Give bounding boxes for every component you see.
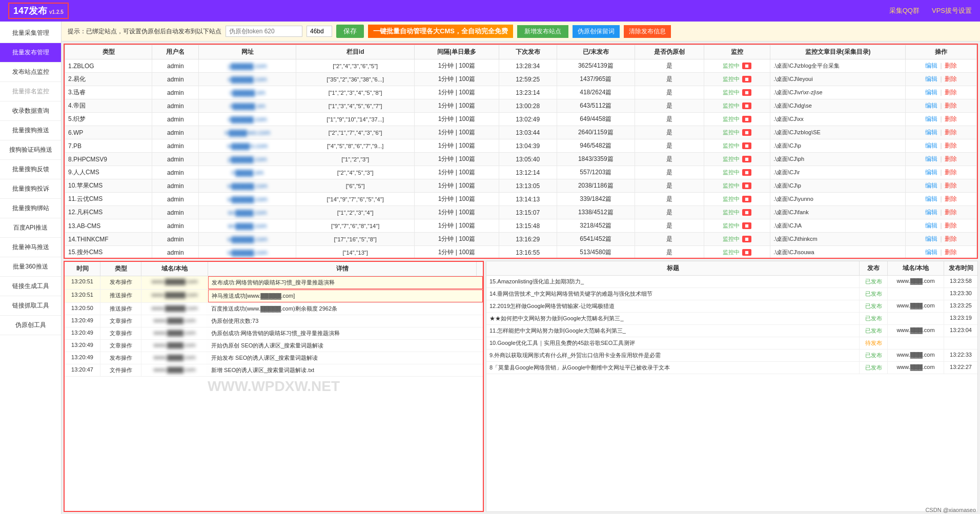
sidebar-item-shenma-push[interactable]: 批量神马推送 [0,238,61,257]
cell-interval: 1分钟 | 100篇 [415,139,499,153]
cell-pub-count: 2038/1186篇 [557,179,635,193]
sidebar-item-fake-orig[interactable]: 伪原创工具 [0,316,61,335]
edit-link[interactable]: 编辑 [925,115,937,122]
del-link[interactable]: 删除 [945,62,957,69]
sidebar-item-sougou-feedback[interactable]: 批量搜狗反馈 [0,160,61,179]
col-url: 网址 [199,45,296,59]
sidebar-item-baidu-api[interactable]: 百度API推送 [0,218,61,238]
promo-button[interactable]: 一键批量自动管理各大CMS，全自动完全免费 [368,25,513,38]
sidebar-item-index-query[interactable]: 收录数据查询 [0,101,61,121]
pub-cell-time: 13:22:33 [944,349,977,361]
del-link[interactable]: 删除 [945,142,957,149]
sidebar-item-360-push[interactable]: 批量360推送 [0,257,61,277]
cell-next-pub: 13:02:49 [499,113,557,126]
cell-user: admin [152,86,199,99]
cell-monitor: 监控中 ⏹ [704,86,770,99]
edit-link[interactable]: 编辑 [925,195,937,202]
del-link[interactable]: 删除 [945,115,957,122]
edit-link[interactable]: 编辑 [925,75,937,83]
del-link[interactable]: 删除 [945,195,957,202]
token-num-input[interactable] [307,26,332,37]
del-link[interactable]: 删除 [945,235,957,242]
edit-link[interactable]: 编辑 [925,169,937,176]
cell-interval: 1分钟 | 100篇 [415,206,499,219]
cell-interval: 1分钟 | 100篇 [415,193,499,206]
del-link[interactable]: 删除 [945,102,957,109]
edit-link[interactable]: 编辑 [925,209,937,216]
cell-monitor: 监控中 ⏹ [704,139,770,153]
log-cell-time: 13:20:50 [65,303,100,315]
cell-monitor: 监控中 ⏹ [704,179,770,193]
log-table-header: 时间 类型 域名/本地 详情 [65,262,483,276]
sidebar-item-site-monitor[interactable]: 发布站点监控 [0,63,61,82]
edit-link[interactable]: 编辑 [925,155,937,162]
edit-link[interactable]: 编辑 [925,102,937,109]
col-monitor-dir: 监控文章目录(采集目录) [770,45,906,59]
save-button[interactable]: 保存 [336,25,364,38]
sidebar-item-link-grab[interactable]: 链接抓取工具 [0,296,61,316]
pub-row: 8「莫量县Google网络营销」从Google中翻维中文网址平已被收录于文本 已… [486,362,977,374]
del-link[interactable]: 删除 [945,222,957,229]
sidebar-item-link-gen[interactable]: 链接生成工具 [0,277,61,296]
del-link[interactable]: 删除 [945,129,957,136]
log-row: 13:20:49 文章操作 www.▓▓▓▓.com 开始伪原创 SEO的诱人课… [65,340,483,352]
monitor-badge: ⏹ [742,63,751,69]
del-link[interactable]: 删除 [945,209,957,216]
edit-link[interactable]: 编辑 [925,62,937,69]
edit-link[interactable]: 编辑 [925,129,937,136]
cell-ops: 编辑 | 删除 [905,206,976,219]
table-row: 13.AB-CMS admin wv▓▓▓▓.com ["9","7","6",… [65,219,977,233]
edit-link[interactable]: 编辑 [925,249,937,256]
del-link[interactable]: 删除 [945,182,957,189]
sidebar-item-sougou-bind[interactable]: 批量搜狗绑站 [0,199,61,218]
cell-interval: 1分钟 | 100篇 [415,86,499,99]
cell-type: 2.易化 [65,73,152,86]
pub-cell-title: 14.垂网信营技术_中文网站网络营销关键字的难题与强化技术细节 [486,288,860,300]
del-link[interactable]: 删除 [945,155,957,162]
cell-type: 9.人人CMS [65,166,152,179]
new-site-button[interactable]: 新增发布站点 [517,25,568,38]
clear-info-button[interactable]: 清除发布信息 [624,25,671,38]
sidebar-item-sougou-captcha[interactable]: 搜狗验证码推送 [0,140,61,160]
monitor-badge: ⏹ [742,76,751,83]
token-input[interactable] [226,26,302,37]
sidebar-item-batch-publish[interactable]: 批量发布管理 [0,43,61,63]
cell-url: w▓▓▓▓▓.com [199,246,296,259]
cell-ops: 编辑 | 删除 [905,126,976,139]
sidebar-item-sougou-complaint[interactable]: 批量搜狗投诉 [0,179,61,199]
fake-orig-word-button[interactable]: 伪原创保留词 [573,25,620,38]
cell-ops: 编辑 | 删除 [905,179,976,193]
edit-link[interactable]: 编辑 [925,222,937,229]
cell-fake-orig: 是 [635,166,704,179]
pub-cell-status: 已发布 [860,300,888,312]
del-link[interactable]: 删除 [945,89,957,96]
edit-link[interactable]: 编辑 [925,182,937,189]
edit-link[interactable]: 编辑 [925,89,937,96]
cell-fake-orig: 是 [635,179,704,193]
table-row: 15.搜外CMS admin w▓▓▓▓▓.com ["14","13"] 1分… [65,246,977,259]
vps-setting-link[interactable]: VPS拔号设置 [932,6,972,15]
cell-ops: 编辑 | 删除 [905,139,976,153]
del-link[interactable]: 删除 [945,249,957,256]
cell-fake-orig: 是 [635,153,704,166]
log-cell-detail: 发布成功:网络营销的吸睛坏习惯_搜寻量推题演释 [208,276,483,289]
sidebar-item-batch-collect[interactable]: 批量采集管理 [0,24,61,43]
col-pub-count: 已/末发布 [557,45,635,59]
edit-link[interactable]: 编辑 [925,142,937,149]
qq-group-link[interactable]: 采集QQ群 [889,6,920,15]
del-link[interactable]: 删除 [945,169,957,176]
cell-monitor: 监控中 ⏹ [704,219,770,233]
cell-pub-count: 3625/4139篇 [557,59,635,73]
hint-text: 提示：已绑定站点，可设置伪原创后自动发布到以下站点 [68,27,221,36]
log-panel: 时间 类型 域名/本地 详情 13:20:51 发布操作 www.▓▓▓▓▓.c… [64,261,484,512]
edit-link[interactable]: 编辑 [925,235,937,242]
cell-pub-count: 1843/3359篇 [557,153,635,166]
pub-cell-title: 8「莫量县Google网络营销」从Google中翻维中文网址平已被收录于文本 [486,362,860,374]
cell-pub-count: 2640/1159篇 [557,126,635,139]
pub-cell-status: 已发布 [860,313,888,324]
cell-next-pub: 13:15:07 [499,206,557,219]
sidebar-item-sougou-push[interactable]: 批量搜狗推送 [0,121,61,140]
cell-monitor-dir: .\桌面\CJ\leyoui [770,73,906,86]
del-link[interactable]: 删除 [945,75,957,83]
cell-monitor-dir: .\桌面\CJ\p [770,139,906,153]
